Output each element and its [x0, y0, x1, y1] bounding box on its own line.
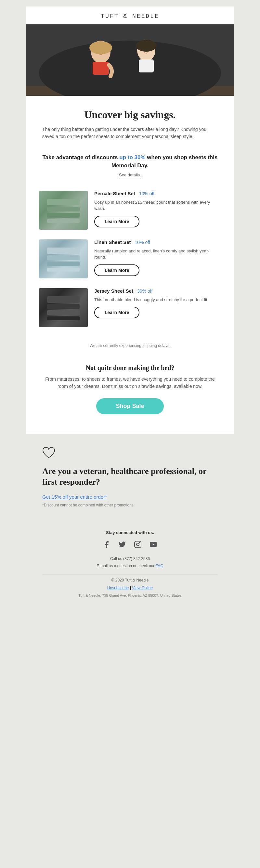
youtube-icon[interactable] [149, 540, 158, 549]
spacer [26, 424, 234, 434]
svg-rect-10 [47, 207, 80, 212]
svg-rect-5 [93, 62, 109, 75]
veteran-disclaimer: *Discount cannot be combined with other … [42, 503, 218, 507]
svg-rect-8 [139, 59, 154, 72]
product-desc-percale: Cozy up in an honest 215 thread count th… [94, 199, 221, 212]
percale-illustration [44, 195, 83, 225]
svg-rect-21 [135, 541, 141, 548]
product-discount-jersey: 30% off [137, 288, 152, 294]
footer-email-line: E-mail us a question or check our FAQ [42, 563, 218, 570]
product-info-percale: Percale Sheet Set 10% off Cozy up in an … [94, 191, 221, 227]
not-done-body: From mattresses, to sheets to frames, we… [42, 375, 218, 390]
svg-rect-14 [47, 255, 80, 260]
veteran-section: Are you a veteran, healthcare profession… [26, 434, 234, 521]
facebook-icon[interactable] [102, 540, 111, 549]
product-image-jersey [39, 288, 88, 327]
intro-headline: Uncover big savings. [42, 109, 218, 121]
svg-rect-9 [47, 199, 80, 205]
intro-section: Uncover big savings. The only thing bett… [26, 96, 234, 150]
product-title-percale: Percale Sheet Set [94, 191, 135, 196]
svg-rect-12 [47, 219, 80, 223]
product-item-percale: Percale Sheet Set 10% off Cozy up in an … [39, 191, 221, 230]
products-section: Percale Sheet Set 10% off Cozy up in an … [26, 184, 234, 343]
product-info-jersey: Jersey Sheet Set 30% off This breathable… [94, 288, 221, 319]
social-icons [42, 540, 218, 549]
header: TUFT & NEEDLE [26, 6, 234, 24]
view-online-link[interactable]: View Online [132, 586, 153, 590]
product-image-linen [39, 240, 88, 278]
product-item-jersey: Jersey Sheet Set 30% off This breathable… [39, 288, 221, 327]
learn-more-jersey-button[interactable]: Learn More [94, 307, 139, 318]
discount-highlight: up to 30% [119, 154, 145, 160]
footer-contact: Call us (877) 842-2586 E-mail us a quest… [42, 556, 218, 569]
logo: TUFT & NEEDLE [26, 13, 234, 20]
svg-point-23 [139, 542, 140, 543]
svg-rect-11 [47, 213, 80, 218]
svg-rect-17 [47, 296, 80, 303]
see-details-link[interactable]: See details. [119, 173, 141, 177]
product-desc-linen: Naturally rumpled and relaxed, linen's c… [94, 248, 221, 260]
hero-illustration [26, 24, 234, 96]
svg-rect-16 [47, 268, 80, 272]
product-desc-jersey: This breathable blend is snuggly and str… [94, 297, 221, 303]
svg-point-7 [136, 40, 157, 52]
discount-prefix: Take advantage of discounts [42, 154, 119, 160]
veteran-headline: Are you a veteran, healthcare profession… [42, 466, 218, 488]
shipping-notice: We are currently experiencing shipping d… [26, 343, 234, 354]
heart-icon [42, 447, 218, 461]
product-discount-percale: 10% off [139, 191, 154, 196]
unsubscribe-link[interactable]: Unsubscribe [107, 586, 129, 590]
product-discount-linen: 10% off [135, 240, 150, 245]
footer-phone: Call us (877) 842-2586 [42, 556, 218, 563]
veteran-offer-link[interactable]: Get 15% off your entire order* [42, 494, 218, 500]
footer-section: Stay connected with us. [26, 520, 234, 604]
jersey-illustration [44, 293, 83, 322]
footer-divider [42, 574, 218, 575]
svg-rect-13 [47, 248, 80, 254]
heart-svg [42, 447, 55, 458]
svg-rect-18 [47, 304, 80, 309]
discount-section: Take advantage of discounts up to 30% wh… [26, 150, 234, 184]
learn-more-percale-button[interactable]: Learn More [94, 216, 139, 227]
not-done-headline: Not quite done making the bed? [42, 364, 218, 372]
intro-body: The only thing better than getting under… [42, 126, 218, 140]
learn-more-linen-button[interactable]: Learn More [94, 265, 139, 276]
footer-faq-link[interactable]: FAQ [156, 564, 164, 568]
footer-address: Tuft & Needle, 735 Grand Ave, Phoenix, A… [42, 593, 218, 597]
svg-rect-20 [47, 316, 80, 320]
hero-image [26, 24, 234, 96]
svg-point-4 [89, 41, 112, 54]
footer-copyright: © 2020 Tuft & Needle [42, 578, 218, 583]
product-image-percale [39, 191, 88, 230]
product-item-linen: Linen Sheet Set 10% off Naturally rumple… [39, 240, 221, 278]
twitter-icon[interactable] [118, 540, 127, 549]
product-title-jersey: Jersey Sheet Set [94, 288, 133, 294]
product-title-linen: Linen Sheet Set [94, 240, 131, 245]
discount-headline: Take advantage of discounts up to 30% wh… [42, 153, 218, 170]
footer-email-prefix: E-mail us a question or check our [96, 564, 155, 568]
footer-links: Unsubscribe | View Online [42, 586, 218, 590]
instagram-icon[interactable] [133, 540, 142, 549]
linen-illustration [44, 244, 83, 274]
product-info-linen: Linen Sheet Set 10% off Naturally rumple… [94, 240, 221, 276]
shop-sale-button[interactable]: Shop Sale [96, 398, 164, 414]
svg-rect-15 [47, 261, 80, 267]
not-done-section: Not quite done making the bed? From matt… [26, 354, 234, 424]
svg-point-22 [137, 543, 139, 546]
svg-rect-19 [47, 310, 80, 315]
stay-connected-label: Stay connected with us. [42, 530, 218, 535]
